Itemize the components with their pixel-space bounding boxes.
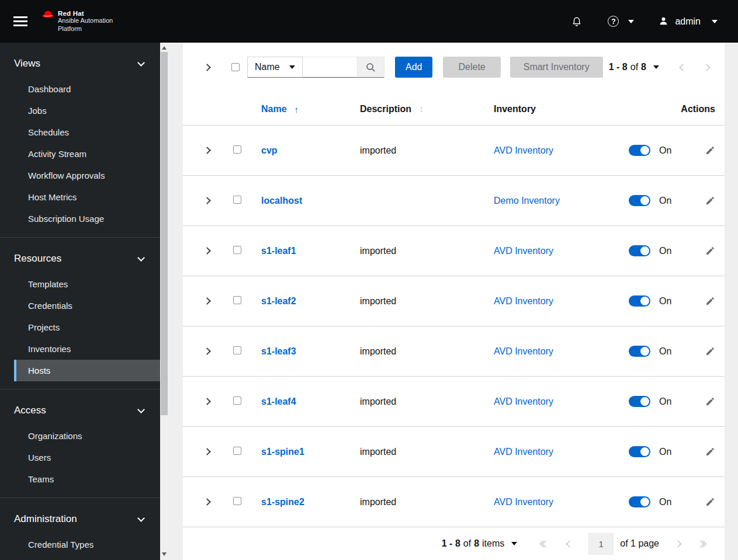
row-expand-button[interactable] <box>205 449 210 454</box>
host-name-link[interactable]: s1-spine2 <box>261 497 304 507</box>
sidebar-item-schedules[interactable]: Schedules <box>14 121 160 143</box>
notifications-button[interactable] <box>571 16 582 27</box>
next-page-button[interactable] <box>704 65 709 70</box>
filter-type-select[interactable]: Name <box>247 57 303 78</box>
column-header-description: Description <box>360 104 411 114</box>
inventory-link[interactable]: AVD Inventory <box>494 396 553 406</box>
inventory-link[interactable]: AVD Inventory <box>494 346 553 356</box>
search-button[interactable] <box>358 57 384 78</box>
host-name-link[interactable]: s1-leaf1 <box>261 246 296 256</box>
chevron-down-icon <box>137 406 145 413</box>
sidebar-scrollbar[interactable] <box>160 43 183 560</box>
edit-host-button[interactable] <box>705 346 715 356</box>
inventory-link[interactable]: AVD Inventory <box>494 447 553 457</box>
row-checkbox[interactable] <box>233 296 241 304</box>
sidebar-item-credential-types[interactable]: Credential Types <box>14 534 160 555</box>
row-expand-button[interactable] <box>205 148 210 153</box>
host-name-link[interactable]: localhost <box>261 196 302 206</box>
delete-button[interactable]: Delete <box>443 57 500 78</box>
toggle-knob <box>640 246 649 255</box>
row-checkbox[interactable] <box>233 497 241 505</box>
row-expand-button[interactable] <box>205 248 210 253</box>
host-name-link[interactable]: cvp <box>261 145 278 155</box>
edit-host-button[interactable] <box>705 246 715 256</box>
scrollbar-thumb[interactable] <box>161 52 168 415</box>
expand-all-button[interactable] <box>200 65 213 70</box>
host-enabled-toggle[interactable] <box>629 346 650 357</box>
sidebar-item-inventories[interactable]: Inventories <box>14 338 160 360</box>
sidebar-item-host-metrics[interactable]: Host Metrics <box>14 186 160 208</box>
row-checkbox[interactable] <box>233 145 241 154</box>
sort-by-name-button[interactable]: Name ↑ <box>261 104 360 114</box>
smart-inventory-button[interactable]: Smart Inventory <box>510 57 603 78</box>
host-enabled-toggle[interactable] <box>629 446 650 457</box>
sidebar-item-templates[interactable]: Templates <box>14 273 160 295</box>
sidebar-item-hosts[interactable]: Hosts <box>14 360 160 381</box>
sidebar-item-activity-stream[interactable]: Activity Stream <box>14 143 160 165</box>
edit-host-button[interactable] <box>705 296 715 306</box>
sidebar-item-projects[interactable]: Projects <box>14 316 160 338</box>
select-all-checkbox[interactable] <box>231 63 240 71</box>
edit-host-button[interactable] <box>705 145 715 155</box>
row-expand-button[interactable] <box>205 198 210 203</box>
host-enabled-toggle[interactable] <box>629 195 650 206</box>
host-enabled-toggle[interactable] <box>629 295 650 307</box>
help-menu-button[interactable]: ? <box>608 16 634 27</box>
host-enabled-toggle[interactable] <box>629 245 650 256</box>
sidebar-item-subscription-usage[interactable]: Subscription Usage <box>14 208 160 229</box>
pagination-menu-toggle[interactable]: 1 - 8 of 8 <box>609 62 659 72</box>
sidebar-item-jobs[interactable]: Jobs <box>14 100 160 121</box>
search-input[interactable] <box>303 57 358 78</box>
pagination-range: 1 - 8 <box>442 538 460 549</box>
sort-by-description-button[interactable]: Description ↕ <box>360 104 494 114</box>
row-expand-button[interactable] <box>205 499 210 505</box>
sidebar-section-header[interactable]: Resources <box>0 251 160 267</box>
items-per-page-toggle[interactable]: 1 - 8 of 8 items <box>442 538 518 549</box>
row-checkbox[interactable] <box>233 396 241 405</box>
row-expand-button[interactable] <box>205 399 210 404</box>
first-page-button[interactable] <box>540 541 548 547</box>
sidebar-item-users[interactable]: Users <box>14 447 160 468</box>
sidebar-item-teams[interactable]: Teams <box>14 468 160 490</box>
edit-host-button[interactable] <box>705 396 715 406</box>
row-checkbox[interactable] <box>233 196 241 204</box>
sidebar-item-organizations[interactable]: Organizations <box>14 425 160 447</box>
prev-page-button[interactable] <box>680 65 685 70</box>
host-name-link[interactable]: s1-leaf2 <box>261 296 296 306</box>
inventory-link[interactable]: AVD Inventory <box>494 145 553 155</box>
inventory-link[interactable]: AVD Inventory <box>494 246 553 256</box>
nav-toggle-button[interactable] <box>7 8 34 35</box>
inventory-link[interactable]: AVD Inventory <box>494 296 553 306</box>
current-page-input[interactable] <box>588 533 614 555</box>
row-expand-button[interactable] <box>205 349 210 354</box>
scroll-down-arrow[interactable] <box>162 552 167 556</box>
edit-host-button[interactable] <box>705 447 715 457</box>
prev-page-button[interactable] <box>567 541 572 547</box>
host-enabled-toggle[interactable] <box>629 496 650 507</box>
next-page-button[interactable] <box>675 541 681 547</box>
sidebar-section-header[interactable]: Administration <box>0 511 160 527</box>
sidebar-item-workflow-approvals[interactable]: Workflow Approvals <box>14 165 160 186</box>
row-checkbox[interactable] <box>233 346 241 354</box>
last-page-button[interactable] <box>698 541 706 547</box>
inventory-link[interactable]: AVD Inventory <box>494 497 553 507</box>
host-enabled-toggle[interactable] <box>629 396 650 407</box>
edit-host-button[interactable] <box>705 196 715 206</box>
sidebar-section-header[interactable]: Access <box>0 402 160 419</box>
host-name-link[interactable]: s1-leaf4 <box>261 396 296 406</box>
row-checkbox[interactable] <box>233 246 241 254</box>
row-expand-button[interactable] <box>205 298 210 304</box>
host-enabled-toggle[interactable] <box>629 145 650 156</box>
edit-host-button[interactable] <box>705 497 715 507</box>
host-name-link[interactable]: s1-spine1 <box>261 447 304 457</box>
user-menu-button[interactable]: admin <box>659 16 718 27</box>
row-checkbox[interactable] <box>233 447 241 455</box>
scroll-up-arrow[interactable] <box>162 46 167 50</box>
inventory-link[interactable]: Demo Inventory <box>494 196 560 206</box>
sidebar-item-dashboard[interactable]: Dashboard <box>14 78 160 100</box>
sidebar-item-credentials[interactable]: Credentials <box>14 295 160 316</box>
sidebar-section-header[interactable]: Views <box>0 55 160 72</box>
chevron-right-icon <box>203 448 211 455</box>
add-button[interactable]: Add <box>395 57 432 78</box>
host-name-link[interactable]: s1-leaf3 <box>261 346 296 356</box>
